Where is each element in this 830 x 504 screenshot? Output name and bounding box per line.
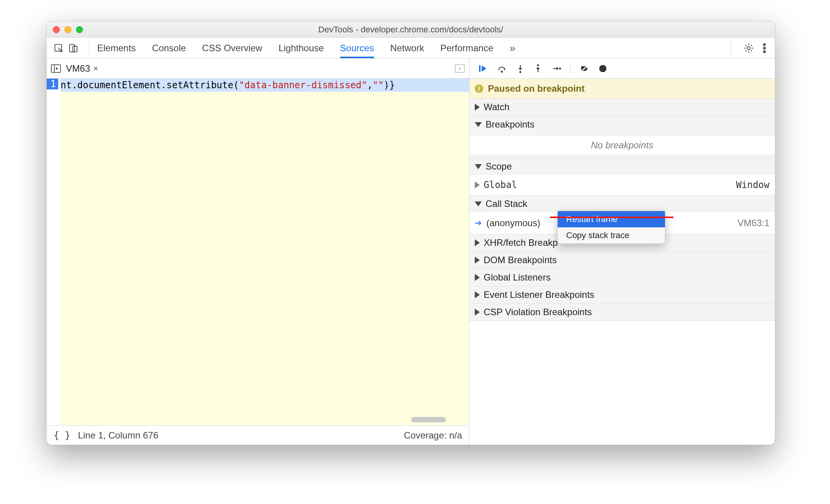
gear-icon[interactable] [743, 43, 754, 54]
chevron-right-icon [475, 309, 480, 316]
tab-network[interactable]: Network [390, 38, 424, 58]
scope-label: Scope [486, 161, 512, 172]
chevron-right-icon [475, 104, 480, 111]
scope-global-row[interactable]: Global Window [469, 178, 775, 192]
step-icon[interactable] [551, 64, 562, 73]
inspect-icon[interactable] [54, 43, 64, 53]
tab-css-overview[interactable]: CSS Overview [202, 38, 262, 58]
global-listeners-label: Global Listeners [484, 272, 550, 283]
tab-elements[interactable]: Elements [97, 38, 136, 58]
code-text: nt.documentElement.setAttribute( [61, 80, 239, 91]
svg-point-6 [763, 50, 765, 52]
file-tab-label: VM63 [66, 63, 90, 74]
step-over-icon[interactable] [496, 64, 507, 73]
tab-console[interactable]: Console [152, 38, 186, 58]
code-editor[interactable]: 1 nt.documentElement.setAttribute("data-… [47, 79, 469, 425]
global-listeners-header[interactable]: Global Listeners [469, 269, 775, 286]
xhr-breakpoints-label: XHR/fetch Breakp [484, 237, 558, 248]
debugger-toolbar [469, 59, 775, 79]
editor-statusbar: { } Line 1, Column 676 Coverage: n/a [47, 425, 469, 445]
callstack-section-header[interactable]: Call Stack [469, 195, 775, 212]
svg-rect-1 [69, 44, 74, 52]
code-string: "" [373, 80, 384, 91]
svg-rect-2 [73, 46, 77, 52]
kebab-menu-icon[interactable] [763, 43, 766, 54]
debugger-pane: i Paused on breakpoint Watch Breakpoints… [469, 59, 775, 445]
csp-breakpoints-header[interactable]: CSP Violation Breakpoints [469, 304, 775, 321]
watch-label: Watch [484, 102, 509, 113]
paused-banner: i Paused on breakpoint [469, 79, 775, 99]
line-number: 1 [47, 79, 58, 89]
tab-performance[interactable]: Performance [440, 38, 493, 58]
chevron-down-icon [475, 164, 482, 169]
paused-label: Paused on breakpoint [488, 83, 585, 94]
svg-point-11 [501, 71, 503, 72]
breakpoints-section-header[interactable]: Breakpoints [469, 116, 775, 133]
svg-point-3 [747, 46, 750, 49]
devtools-window: DevTools - developer.chrome.com/docs/dev… [46, 21, 775, 445]
sources-editor-pane: VM63 × 1 nt.documentElement.setAttribute… [47, 59, 469, 445]
tab-lighthouse[interactable]: Lighthouse [278, 38, 324, 58]
svg-rect-20 [603, 67, 604, 70]
dom-breakpoints-header[interactable]: DOM Breakpoints [469, 252, 775, 269]
chevron-right-icon [475, 257, 480, 264]
code-string: "data-banner-dismissed" [239, 80, 367, 91]
tabs-overflow-icon[interactable]: » [509, 38, 516, 58]
dom-breakpoints-label: DOM Breakpoints [484, 255, 557, 265]
breakpoints-label: Breakpoints [486, 119, 535, 130]
pretty-print-icon[interactable]: { } [54, 430, 70, 441]
watch-section-header[interactable]: Watch [469, 99, 775, 116]
device-toggle-icon[interactable] [68, 43, 78, 53]
code-text: , [367, 80, 373, 91]
no-breakpoints-text: No breakpoints [469, 136, 775, 155]
callstack-frame[interactable]: ➔ (anonymous) VM63:1 Restart frame Copy … [469, 215, 775, 231]
context-menu-copy-stack-trace[interactable]: Copy stack trace [558, 227, 665, 244]
csp-breakpoints-label: CSP Violation Breakpoints [484, 307, 592, 318]
chevron-down-icon [475, 202, 482, 207]
chevron-right-icon [475, 274, 480, 281]
line-gutter: 1 [47, 79, 61, 425]
editor-tabs: VM63 × [47, 59, 469, 79]
callstack-frame-name: (anonymous) [486, 218, 540, 228]
callstack-frame-source: VM63:1 [737, 218, 769, 228]
run-snippet-icon[interactable] [454, 64, 465, 73]
event-listener-breakpoints-label: Event Listener Breakpoints [484, 289, 594, 300]
context-menu-restart-frame[interactable]: Restart frame [558, 211, 665, 227]
code-body[interactable]: nt.documentElement.setAttribute("data-ba… [61, 79, 469, 425]
main-tabs: Elements Console CSS Overview Lighthouse… [47, 38, 775, 59]
file-tab[interactable]: VM63 × [66, 63, 98, 74]
code-text: )} [384, 80, 395, 91]
chevron-down-icon [475, 122, 482, 127]
close-icon[interactable]: × [93, 64, 98, 74]
coverage-status: Coverage: n/a [404, 430, 462, 441]
cursor-position: Line 1, Column 676 [78, 430, 158, 441]
svg-point-13 [520, 71, 521, 73]
step-out-icon[interactable] [533, 64, 543, 73]
strikethrough-annotation [550, 217, 673, 218]
event-listener-breakpoints-header[interactable]: Event Listener Breakpoints [469, 286, 775, 303]
deactivate-breakpoints-icon[interactable] [579, 64, 589, 73]
svg-point-5 [763, 47, 765, 49]
scope-global-label: Global [484, 180, 517, 190]
svg-point-17 [559, 67, 561, 69]
step-into-icon[interactable] [516, 64, 525, 73]
tab-sources[interactable]: Sources [340, 38, 374, 58]
scope-global-value: Window [736, 180, 769, 190]
svg-point-15 [537, 64, 539, 66]
chevron-right-icon [475, 239, 480, 246]
info-icon: i [475, 84, 483, 93]
context-menu-item-label: Restart frame [566, 214, 617, 224]
svg-rect-10 [479, 66, 481, 72]
current-frame-icon: ➔ [475, 218, 482, 228]
svg-point-4 [763, 44, 765, 45]
context-menu: Restart frame Copy stack trace [557, 211, 665, 244]
resume-icon[interactable] [477, 64, 488, 73]
chevron-right-icon [475, 291, 480, 298]
callstack-label: Call Stack [486, 198, 527, 209]
titlebar: DevTools - developer.chrome.com/docs/dev… [47, 22, 775, 38]
pause-on-exceptions-icon[interactable] [598, 64, 608, 73]
window-title: DevTools - developer.chrome.com/docs/dev… [47, 25, 775, 35]
navigator-toggle-icon[interactable] [51, 64, 61, 73]
scope-section-header[interactable]: Scope [469, 158, 775, 175]
horizontal-scrollbar-thumb[interactable] [411, 417, 446, 422]
